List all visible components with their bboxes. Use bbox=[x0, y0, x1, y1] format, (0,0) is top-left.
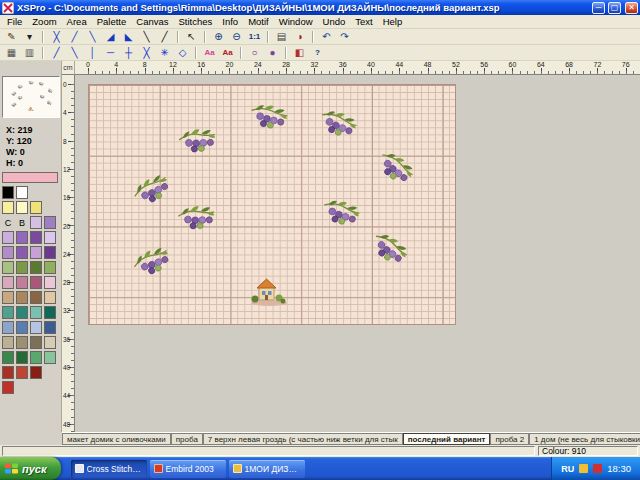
palette-swatch[interactable] bbox=[44, 261, 56, 274]
palette-swatch[interactable] bbox=[16, 246, 28, 259]
menu-item-palette[interactable]: Palette bbox=[92, 15, 132, 28]
palette-swatch[interactable] bbox=[44, 321, 56, 334]
palette-swatch[interactable] bbox=[2, 321, 14, 334]
quarter-stitch-tool[interactable]: ◢ bbox=[102, 30, 119, 44]
palette-swatch[interactable] bbox=[44, 351, 56, 364]
zoom-in-tool[interactable]: ⊕ bbox=[210, 30, 227, 44]
bead-tool[interactable]: ● bbox=[264, 46, 281, 60]
palette-swatch[interactable] bbox=[2, 291, 14, 304]
palette-swatch[interactable] bbox=[16, 186, 28, 199]
stitch-dir-nw-tool[interactable]: ╲ bbox=[66, 46, 83, 60]
backstitch-tool[interactable]: ╲ bbox=[138, 30, 155, 44]
palette-swatch[interactable] bbox=[30, 216, 42, 229]
palette-swatch[interactable] bbox=[16, 261, 28, 274]
palette-swatch[interactable] bbox=[16, 306, 28, 319]
tab-3[interactable]: 7 верхн левая гроздь (с частью ниж ветки… bbox=[203, 433, 403, 445]
palette-swatch[interactable] bbox=[30, 291, 42, 304]
menu-item-text[interactable]: Text bbox=[350, 15, 377, 28]
menu-item-stitches[interactable]: Stitches bbox=[173, 15, 217, 28]
palette-swatch[interactable] bbox=[16, 201, 28, 214]
palette-swatch[interactable] bbox=[16, 366, 28, 379]
menu-item-info[interactable]: Info bbox=[217, 15, 243, 28]
palette-swatch[interactable] bbox=[30, 336, 42, 349]
text-tool[interactable]: Aa bbox=[201, 46, 218, 60]
palette-edit-tool[interactable]: ◧ bbox=[291, 46, 308, 60]
stitch-dir-horizontal-tool[interactable]: ─ bbox=[102, 46, 119, 60]
taskbar-button[interactable]: 1МОИ ДИЗАЙНЫ bbox=[229, 460, 305, 478]
palette-swatch[interactable] bbox=[16, 351, 28, 364]
palette-swatch[interactable] bbox=[16, 321, 28, 334]
tab-5[interactable]: проба 2 bbox=[490, 433, 529, 445]
palette-swatch[interactable] bbox=[2, 261, 14, 274]
design-preview[interactable] bbox=[2, 76, 60, 118]
palette-swatch[interactable] bbox=[44, 291, 56, 304]
palette-swatch[interactable] bbox=[16, 291, 28, 304]
palette-swatch[interactable] bbox=[2, 201, 14, 214]
palette-swatch[interactable] bbox=[2, 336, 14, 349]
print-tool[interactable]: ▤ bbox=[273, 30, 290, 44]
undo-tool[interactable]: ↶ bbox=[318, 30, 335, 44]
palette-swatch[interactable] bbox=[30, 246, 42, 259]
menu-item-motif[interactable]: Motif bbox=[243, 15, 274, 28]
palette-swatch[interactable] bbox=[44, 216, 56, 229]
language-indicator[interactable]: RU bbox=[561, 464, 574, 474]
minimize-button[interactable]: ─ bbox=[592, 2, 605, 14]
chart-view-toggle[interactable]: ▥ bbox=[21, 46, 38, 60]
menu-item-file[interactable]: File bbox=[2, 15, 27, 28]
menu-item-undo[interactable]: Undo bbox=[318, 15, 351, 28]
palette-swatch[interactable] bbox=[2, 231, 14, 244]
tray-icon[interactable] bbox=[593, 464, 602, 473]
half-stitch-forward-tool[interactable]: ╱ bbox=[66, 30, 83, 44]
palette-swatch[interactable] bbox=[30, 261, 42, 274]
taskbar-button[interactable]: Embird 2003 bbox=[150, 460, 226, 478]
current-colour-swatch[interactable] bbox=[2, 172, 58, 183]
palette-swatch[interactable] bbox=[16, 276, 28, 289]
design-grid[interactable] bbox=[88, 84, 456, 325]
start-button[interactable]: пуск bbox=[0, 457, 61, 480]
text-serif-tool[interactable]: Aa bbox=[219, 46, 236, 60]
three-quarter-stitch-tool[interactable]: ◣ bbox=[120, 30, 137, 44]
maximize-button[interactable]: ▢ bbox=[608, 2, 621, 14]
menu-item-canvas[interactable]: Canvas bbox=[131, 15, 173, 28]
menu-item-zoom[interactable]: Zoom bbox=[27, 15, 61, 28]
palette-swatch[interactable] bbox=[44, 246, 56, 259]
select-tool[interactable]: ↖ bbox=[183, 30, 200, 44]
tab-2[interactable]: проба bbox=[171, 433, 203, 445]
menu-item-window[interactable]: Window bbox=[274, 15, 318, 28]
grid-toggle[interactable]: ▦ bbox=[3, 46, 20, 60]
long-stitch-tool[interactable]: ╱ bbox=[156, 30, 173, 44]
zoom-actual-tool[interactable]: 1:1 bbox=[246, 30, 263, 44]
tab-6[interactable]: 1 дом (не весь для стыковки) bbox=[529, 433, 640, 445]
color-pick-tool[interactable]: ◑ bbox=[291, 30, 308, 44]
palette-swatch[interactable] bbox=[30, 276, 42, 289]
stitch-dir-vertical-tool[interactable]: │ bbox=[84, 46, 101, 60]
palette-swatch[interactable] bbox=[44, 276, 56, 289]
menu-item-help[interactable]: Help bbox=[378, 15, 408, 28]
close-button[interactable]: ✕ bbox=[625, 2, 638, 14]
tab-1[interactable]: макет домик с оливочками bbox=[62, 433, 171, 445]
palette-swatch[interactable] bbox=[30, 366, 42, 379]
taskbar-button[interactable]: Cross Stitch Pro... bbox=[71, 460, 147, 478]
help-tool[interactable]: ? bbox=[309, 46, 326, 60]
palette-swatch[interactable] bbox=[2, 366, 14, 379]
stitch-dir-x-tool[interactable]: ╳ bbox=[138, 46, 155, 60]
zoom-out-tool[interactable]: ⊖ bbox=[228, 30, 245, 44]
pencil-dropdown[interactable]: ▾ bbox=[21, 30, 38, 44]
palette-swatch[interactable] bbox=[2, 276, 14, 289]
palette-swatch[interactable] bbox=[30, 351, 42, 364]
palette-swatch[interactable] bbox=[2, 351, 14, 364]
palette-swatch[interactable] bbox=[2, 246, 14, 259]
palette-swatch[interactable] bbox=[44, 336, 56, 349]
stitch-diamond-tool[interactable]: ◇ bbox=[174, 46, 191, 60]
palette-swatch[interactable] bbox=[2, 381, 14, 394]
palette-swatch[interactable] bbox=[16, 336, 28, 349]
palette-swatch[interactable] bbox=[44, 231, 56, 244]
palette-swatch[interactable] bbox=[16, 231, 28, 244]
pencil-tool[interactable]: ✎ bbox=[3, 30, 20, 44]
tab-4[interactable]: последний вариант bbox=[403, 433, 491, 445]
full-stitch-tool[interactable]: ╳ bbox=[48, 30, 65, 44]
redo-tool[interactable]: ↷ bbox=[336, 30, 353, 44]
palette-swatch[interactable] bbox=[2, 306, 14, 319]
half-stitch-back-tool[interactable]: ╲ bbox=[84, 30, 101, 44]
palette-swatch[interactable] bbox=[2, 186, 14, 199]
